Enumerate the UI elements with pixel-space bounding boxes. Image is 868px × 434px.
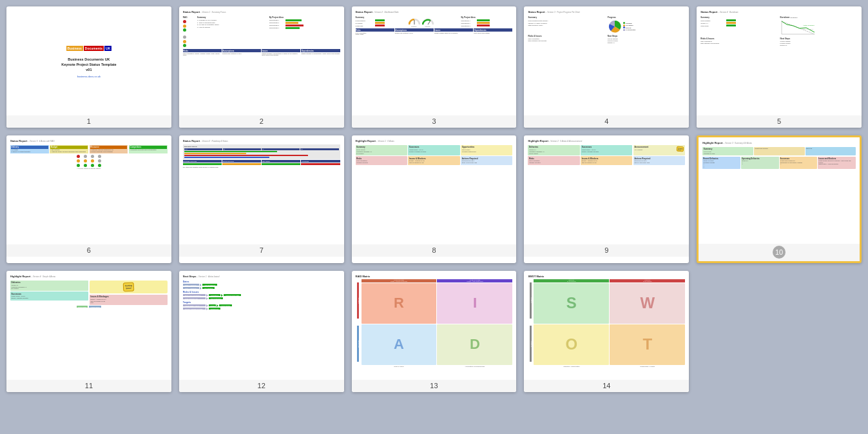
slide-11[interactable]: Highlight Report – Version 4 · Simple 4 … (6, 271, 171, 392)
slide-number-1: 1 (6, 115, 171, 128)
slide-1[interactable]: Business Documents UK Business Documents… (6, 6, 171, 128)
slide-10[interactable]: Highlight Report – Version 3 · Summary &… (697, 135, 862, 263)
slide5-version: – Version 4 · Burndown (718, 11, 738, 14)
slide6-title: Status Report (10, 139, 27, 143)
slides-grid: Business Documents UK Business Documents… (6, 6, 862, 392)
slide4-version: – Version 3 · Project Progress Pie Chart (546, 11, 580, 14)
slide-5[interactable]: Status Report – Version 4 · Burndown Sum… (697, 6, 862, 128)
slide9-version: – Version 2 · 5 Areas & Announcement (549, 140, 583, 143)
slide2-title: Status Report (183, 10, 200, 14)
slide-number-9: 9 (524, 244, 689, 257)
slide6-version: – Version 5 · 4 Areas with RAG (28, 140, 54, 143)
slide4-title: Status Report (528, 10, 545, 14)
slide-3[interactable]: Status Report – Version 2 · Dashboard Di… (352, 6, 517, 128)
slide-13[interactable]: RAID Matrix THREATS RELIANCES TO BE TRAC… (352, 271, 517, 392)
svg-line-1 (428, 21, 430, 25)
cover-link: business-docs.co.uk (77, 75, 101, 78)
slide12-title: Next Steps (183, 275, 197, 278)
svg-text:Actual Progress: Actual Progress (803, 25, 815, 26)
logo-documents: Documents (84, 46, 104, 51)
slide-number-3: 3 (352, 115, 517, 128)
slide-number-7: 7 (179, 244, 344, 257)
slide8-title: Highlight Report (356, 139, 376, 143)
slide-number-2: 2 (179, 115, 344, 128)
cover-title: Business Documents UK Keynote Project St… (61, 57, 116, 72)
logo-business: Business (66, 46, 83, 51)
slide-number-13: 13 (352, 380, 517, 392)
slide14-title: SWOT Matrix (528, 275, 544, 278)
slide-number-4: 4 (524, 115, 689, 128)
slide-number-8: 8 (352, 244, 517, 257)
slide-2[interactable]: Status Report – Version 1 · Summary Focu… (179, 6, 344, 128)
slide10-version: – Version 3 · Summary & 4 Areas (724, 142, 752, 144)
slide-number-10: 10 (699, 244, 860, 261)
slide-8[interactable]: Highlight Report – Version 1 · 6 Areas S… (352, 135, 517, 263)
slide8-version: – Version 1 · 6 Areas (376, 140, 394, 143)
svg-text:Ideal Progress: Ideal Progress (803, 28, 814, 30)
slide11-version: – Version 4 · Simple 4 Areas (31, 275, 55, 278)
slide-number-14: 14 (524, 380, 689, 392)
slide3-version: – Version 2 · Dashboard Dials (373, 11, 399, 14)
slide-4[interactable]: Status Report – Version 3 · Project Prog… (524, 6, 689, 128)
logo-area: Business Documents UK (66, 46, 112, 51)
slide3-title: Status Report (356, 10, 372, 14)
slide-9[interactable]: Highlight Report – Version 2 · 5 Areas &… (524, 135, 689, 263)
slide10-title: Highlight Report (702, 141, 722, 144)
slide13-title: RAID Matrix (356, 275, 371, 278)
slide2-version: – Version 1 · Summary Focus (200, 11, 226, 14)
slide-number-12: 12 (179, 380, 344, 392)
slide7-title: Status Report (183, 139, 200, 143)
slide5-title: Status Report (700, 10, 717, 14)
slide12-version: – Version 1 · Action-based (197, 275, 219, 278)
slide9-title: Highlight Report (528, 139, 548, 143)
slide-12[interactable]: Next Steps – Version 1 · Action-based Da… (179, 271, 344, 392)
slide7-version: – Version 6 · Roadmap & Status (200, 140, 228, 143)
logo-uk: UK (104, 46, 111, 51)
slide-number-6: 6 (6, 244, 171, 257)
slide-number-5: 5 (697, 115, 862, 128)
slide-number-11: 11 (6, 380, 171, 392)
slide11-title: Highlight Report (10, 275, 30, 278)
slide-7[interactable]: Status Report – Version 6 · Roadmap & St… (179, 135, 344, 263)
slide-6[interactable]: Status Report – Version 5 · 4 Areas with… (6, 135, 171, 263)
slide-14[interactable]: SWOT Matrix INTERNAL EXTERNAL HELPFULfor… (524, 271, 689, 392)
